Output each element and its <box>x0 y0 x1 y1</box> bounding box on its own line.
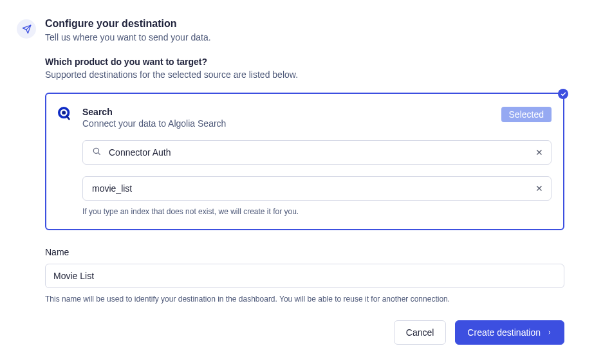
page-subtitle: Tell us where you want to send your data… <box>45 32 211 42</box>
name-hint: This name will be used to identify your … <box>45 295 564 304</box>
clear-index-icon[interactable]: ✕ <box>535 184 543 193</box>
destination-card-search[interactable]: Search Connect your data to Algolia Sear… <box>45 93 564 230</box>
chevron-right-icon <box>547 329 552 336</box>
name-label: Name <box>45 247 564 257</box>
page-title: Configure your destination <box>45 18 211 30</box>
auth-input-wrap[interactable]: ✕ <box>82 140 552 165</box>
svg-line-4 <box>67 116 70 120</box>
algolia-search-icon <box>58 107 72 121</box>
destination-name-input[interactable] <box>45 264 564 288</box>
svg-line-6 <box>98 152 100 154</box>
auth-input[interactable] <box>109 147 529 158</box>
selected-badge: Selected <box>501 107 552 122</box>
product-supported-note: Supported destinations for the selected … <box>45 69 564 80</box>
index-input-wrap[interactable]: ✕ <box>82 176 552 201</box>
selected-check-icon <box>558 89 568 99</box>
destination-icon <box>17 19 36 39</box>
create-destination-button[interactable]: Create destination <box>455 320 564 345</box>
index-input[interactable] <box>92 183 529 194</box>
card-title: Search <box>82 107 226 117</box>
card-description: Connect your data to Algolia Search <box>82 118 226 129</box>
search-icon <box>92 147 101 158</box>
product-section-heading: Which product do you want to target? Sup… <box>45 57 564 80</box>
create-destination-label: Create destination <box>467 327 541 338</box>
clear-auth-icon[interactable]: ✕ <box>535 148 543 157</box>
cancel-button[interactable]: Cancel <box>394 320 447 345</box>
index-hint: If you type an index that does not exist… <box>82 207 552 216</box>
product-question: Which product do you want to target? <box>45 57 564 67</box>
svg-point-3 <box>62 111 66 114</box>
